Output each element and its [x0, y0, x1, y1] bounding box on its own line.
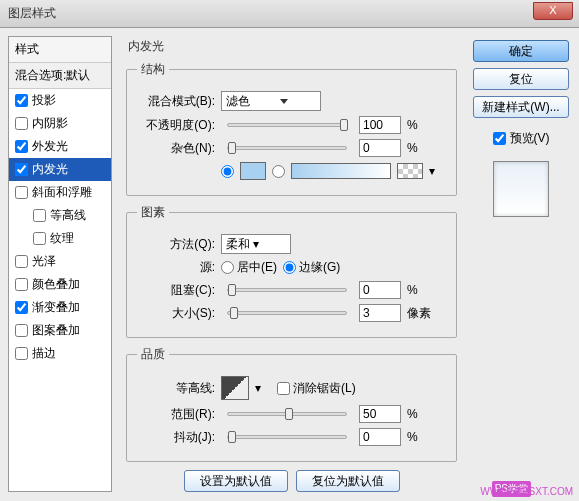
gradient-preview[interactable] — [291, 163, 391, 179]
style-label: 外发光 — [32, 138, 68, 155]
main-panel: 内发光 结构 混合模式(B): 滤色 不透明度(O): % 杂色(N): % — [120, 36, 463, 492]
style-label: 投影 — [32, 92, 56, 109]
style-checkbox[interactable] — [15, 347, 28, 360]
noise-input[interactable] — [359, 139, 401, 157]
style-checkbox[interactable] — [15, 186, 28, 199]
blend-options-default[interactable]: 混合选项:默认 — [9, 63, 111, 89]
style-item-7[interactable]: 光泽 — [9, 250, 111, 273]
styles-header[interactable]: 样式 — [9, 37, 111, 63]
choke-slider[interactable] — [227, 288, 347, 292]
opacity-slider[interactable] — [227, 123, 347, 127]
reset-default-button[interactable]: 复位为默认值 — [296, 470, 400, 492]
new-style-button[interactable]: 新建样式(W)... — [473, 96, 569, 118]
right-panel: 确定 复位 新建样式(W)... 预览(V) — [471, 36, 571, 492]
source-center-radio[interactable]: 居中(E) — [221, 259, 277, 276]
window-title: 图层样式 — [4, 5, 56, 22]
color-swatch[interactable] — [240, 162, 266, 180]
contour-picker[interactable] — [221, 376, 249, 400]
preview-checkbox[interactable]: 预览(V) — [493, 130, 550, 147]
opacity-input[interactable] — [359, 116, 401, 134]
jitter-unit: % — [407, 430, 431, 444]
style-item-6[interactable]: 纹理 — [9, 227, 111, 250]
noise-unit: % — [407, 141, 431, 155]
style-label: 内发光 — [32, 161, 68, 178]
style-item-0[interactable]: 投影 — [9, 89, 111, 112]
chevron-down-icon[interactable]: ▾ — [429, 164, 435, 178]
method-label: 方法(Q): — [137, 236, 215, 253]
solid-color-radio[interactable] — [221, 165, 234, 178]
style-item-2[interactable]: 外发光 — [9, 135, 111, 158]
style-checkbox[interactable] — [15, 255, 28, 268]
opacity-unit: % — [407, 118, 431, 132]
choke-label: 阻塞(C): — [137, 282, 215, 299]
blend-mode-label: 混合模式(B): — [137, 93, 215, 110]
style-label: 颜色叠加 — [32, 276, 80, 293]
styles-panel: 样式 混合选项:默认 投影内阴影外发光内发光斜面和浮雕等高线纹理光泽颜色叠加渐变… — [8, 36, 112, 492]
jitter-label: 抖动(J): — [137, 429, 215, 446]
blend-mode-select[interactable]: 滤色 — [221, 91, 321, 111]
title-bar: 图层样式 X — [0, 0, 579, 28]
elements-legend: 图素 — [137, 204, 169, 221]
style-label: 斜面和浮雕 — [32, 184, 92, 201]
section-title: 内发光 — [120, 36, 463, 57]
range-slider[interactable] — [227, 412, 347, 416]
style-label: 内阴影 — [32, 115, 68, 132]
style-checkbox[interactable] — [33, 232, 46, 245]
size-slider[interactable] — [227, 311, 347, 315]
style-item-10[interactable]: 图案叠加 — [9, 319, 111, 342]
transparency-icon — [397, 163, 423, 179]
antialias-checkbox[interactable]: 消除锯齿(L) — [277, 380, 356, 397]
style-label: 描边 — [32, 345, 56, 362]
close-button[interactable]: X — [533, 2, 573, 20]
range-input[interactable] — [359, 405, 401, 423]
noise-slider[interactable] — [227, 146, 347, 150]
opacity-label: 不透明度(O): — [137, 117, 215, 134]
style-label: 光泽 — [32, 253, 56, 270]
style-item-9[interactable]: 渐变叠加 — [9, 296, 111, 319]
style-item-8[interactable]: 颜色叠加 — [9, 273, 111, 296]
range-label: 范围(R): — [137, 406, 215, 423]
style-checkbox[interactable] — [33, 209, 46, 222]
choke-input[interactable] — [359, 281, 401, 299]
source-edge-radio[interactable]: 边缘(G) — [283, 259, 340, 276]
style-label: 图案叠加 — [32, 322, 80, 339]
style-checkbox[interactable] — [15, 324, 28, 337]
source-label: 源: — [137, 259, 215, 276]
structure-legend: 结构 — [137, 61, 169, 78]
choke-unit: % — [407, 283, 431, 297]
style-label: 渐变叠加 — [32, 299, 80, 316]
style-item-1[interactable]: 内阴影 — [9, 112, 111, 135]
style-item-4[interactable]: 斜面和浮雕 — [9, 181, 111, 204]
jitter-input[interactable] — [359, 428, 401, 446]
size-unit: 像素 — [407, 305, 431, 322]
style-checkbox[interactable] — [15, 278, 28, 291]
size-input[interactable] — [359, 304, 401, 322]
style-item-11[interactable]: 描边 — [9, 342, 111, 365]
style-checkbox[interactable] — [15, 301, 28, 314]
jitter-slider[interactable] — [227, 435, 347, 439]
chevron-down-icon — [280, 99, 288, 104]
dialog-body: 样式 混合选项:默认 投影内阴影外发光内发光斜面和浮雕等高线纹理光泽颜色叠加渐变… — [0, 28, 579, 500]
style-checkbox[interactable] — [15, 140, 28, 153]
chevron-down-icon: ▾ — [253, 237, 259, 251]
method-select[interactable]: 柔和 ▾ — [221, 234, 291, 254]
range-unit: % — [407, 407, 431, 421]
gradient-radio[interactable] — [272, 165, 285, 178]
style-label: 纹理 — [50, 230, 74, 247]
cancel-button[interactable]: 复位 — [473, 68, 569, 90]
contour-label: 等高线: — [137, 380, 215, 397]
style-checkbox[interactable] — [15, 163, 28, 176]
style-item-3[interactable]: 内发光 — [9, 158, 111, 181]
chevron-down-icon[interactable]: ▾ — [255, 381, 261, 395]
style-item-5[interactable]: 等高线 — [9, 204, 111, 227]
size-label: 大小(S): — [137, 305, 215, 322]
quality-group: 品质 等高线: ▾ 消除锯齿(L) 范围(R): % 抖动(J): % — [126, 346, 457, 462]
style-checkbox[interactable] — [15, 117, 28, 130]
ok-button[interactable]: 确定 — [473, 40, 569, 62]
preview-swatch — [493, 161, 549, 217]
elements-group: 图素 方法(Q): 柔和 ▾ 源: 居中(E) 边缘(G) 阻塞(C): % 大… — [126, 204, 457, 338]
noise-label: 杂色(N): — [137, 140, 215, 157]
watermark-url: WWW.52PSXT.COM — [480, 486, 573, 497]
style-checkbox[interactable] — [15, 94, 28, 107]
set-default-button[interactable]: 设置为默认值 — [184, 470, 288, 492]
